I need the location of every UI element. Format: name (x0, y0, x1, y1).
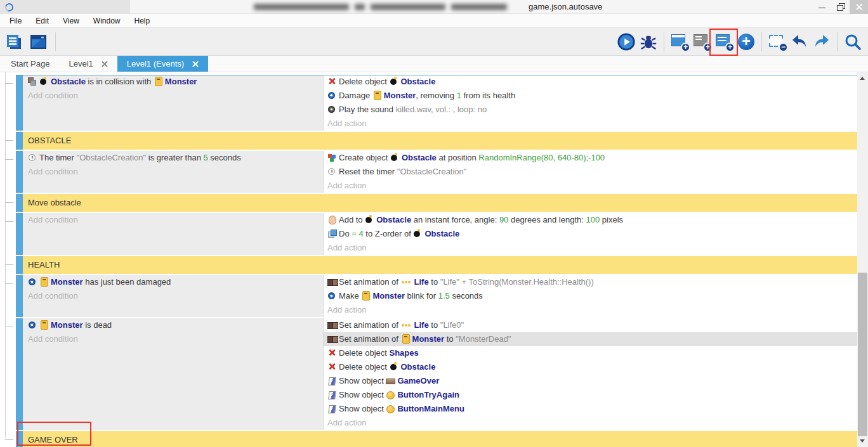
scroll-down-button[interactable] (857, 436, 868, 446)
tab-start-page[interactable]: Start Page (1, 56, 59, 72)
event-row[interactable]: Obstacle is in collision with MonsterAdd… (16, 75, 857, 131)
event-row[interactable]: Monster is deadAdd conditionSet animatio… (16, 318, 857, 430)
maximize-button[interactable] (831, 0, 850, 14)
instruction-line[interactable]: Set animation of Life to "Life0" (324, 318, 857, 332)
button-icon (386, 404, 395, 413)
add-instruction[interactable]: Add condition (23, 289, 323, 303)
menu-help[interactable]: Help (128, 14, 157, 28)
plus-badge-icon: + (681, 42, 690, 52)
search-icon[interactable] (843, 32, 863, 52)
undo-icon[interactable] (789, 32, 810, 52)
tab-close-icon[interactable] (192, 61, 199, 67)
redo-icon[interactable] (812, 32, 832, 52)
window-controls (813, 0, 868, 14)
add-instruction[interactable]: Add condition (23, 89, 323, 103)
add-comment-icon[interactable]: + (692, 32, 712, 52)
scroll-up-button[interactable] (857, 74, 868, 83)
text-segment: is dead (83, 320, 112, 330)
conditions-column[interactable]: Obstacle is in collision with MonsterAdd… (23, 75, 324, 131)
actions-column[interactable]: Set animation of Life to "Life0"Set anim… (324, 318, 857, 430)
instruction-line[interactable]: Damage Monster, removing 1 from its heal… (324, 89, 857, 103)
conditions-column[interactable]: Add condition (23, 213, 324, 255)
text-segment: blink for (405, 291, 438, 301)
instruction-line[interactable]: Show object GameOver (324, 374, 857, 388)
conditions-column[interactable]: Monster has just been damagedAdd conditi… (23, 275, 324, 317)
start-page-icon[interactable] (28, 32, 48, 52)
menu-window[interactable]: Window (86, 14, 128, 28)
minimize-button[interactable] (813, 0, 831, 14)
instruction-line[interactable]: Reset the timer "ObstacleCreation" (324, 165, 857, 179)
instruction-line[interactable]: Set animation of Monster to "MonsterDead… (324, 332, 857, 346)
event-selection-bar (16, 318, 23, 430)
instruction-line[interactable]: Delete object Obstacle (324, 75, 857, 89)
text-segment: Obstacle (401, 362, 436, 372)
instruction-line[interactable]: Create object Obstacle at position Rando… (324, 151, 857, 165)
text-segment: is greater than (146, 153, 203, 162)
tab-bar: Start PageLevel1Level1 (Events) (0, 56, 868, 72)
text-segment: has just been damaged (83, 277, 171, 287)
project-manager-icon[interactable] (4, 32, 24, 52)
instruction-line[interactable]: Delete object Shapes (324, 346, 857, 360)
conditions-column[interactable]: Monster is deadAdd condition (23, 318, 324, 430)
instruction-line[interactable]: The timer "ObstacleCreation" is greater … (23, 151, 323, 165)
vertical-scrollbar[interactable] (857, 72, 868, 447)
tab-close-icon[interactable] (102, 61, 108, 67)
text-segment: Add condition (28, 167, 78, 176)
text-segment: an instant force, angle: (411, 215, 499, 224)
event-group-obstacle[interactable]: OBSTACLE (16, 132, 857, 150)
add-event-icon[interactable]: + (714, 32, 734, 52)
actions-column[interactable]: Add to Obstacle an instant force, angle:… (324, 213, 857, 255)
instruction-line[interactable]: Show object ButtonTryAgain (324, 388, 857, 402)
debug-icon[interactable] (638, 32, 659, 52)
event-group-game-over[interactable]: GAME OVER (16, 431, 857, 447)
add-instruction[interactable]: Add action (324, 241, 857, 255)
event-group-health[interactable]: HEALTH (16, 256, 857, 274)
damage-icon (28, 277, 37, 286)
add-instruction[interactable]: Add action (324, 303, 857, 317)
instruction-line[interactable]: Do = 4 to Z-order of Obstacle (324, 227, 857, 241)
close-button[interactable] (850, 0, 868, 14)
instruction-line[interactable]: Delete object Obstacle (324, 360, 857, 374)
text-segment: Add condition (28, 334, 78, 344)
add-instruction[interactable]: Add action (324, 416, 857, 430)
text-segment: 90 (499, 215, 508, 224)
instruction-line[interactable]: Show object ButtonMainMenu (324, 402, 857, 416)
timer-icon (28, 153, 37, 162)
tree-tick (5, 327, 13, 327)
instruction-line[interactable]: Add to Obstacle an instant force, angle:… (324, 213, 857, 227)
tree-tick (5, 283, 13, 284)
tab-level1[interactable]: Level1 (59, 56, 117, 72)
add-instruction[interactable]: Add action (324, 117, 857, 131)
add-sub-event-icon[interactable] (736, 32, 756, 52)
conditions-column[interactable]: The timer "ObstacleCreation" is greater … (23, 151, 324, 193)
event-row[interactable]: Add conditionAdd to Obstacle an instant … (16, 213, 857, 255)
text-segment: Monster (165, 77, 197, 86)
event-group-move-obstacle[interactable]: Move obstacle (16, 194, 857, 212)
plus-badge-icon: + (725, 42, 735, 52)
instruction-line[interactable]: Play the sound killed.wav, vol.: , loop:… (324, 103, 857, 117)
instruction-line[interactable]: Set animation of Life to "Life" + ToStri… (324, 275, 857, 289)
add-instruction[interactable]: Add condition (23, 165, 323, 179)
menu-edit[interactable]: Edit (29, 14, 56, 28)
actions-column[interactable]: Delete object ObstacleDamage Monster, re… (324, 75, 857, 131)
play-icon[interactable] (616, 32, 636, 52)
instruction-line[interactable]: Make Monster blink for 1.5 seconds (324, 289, 857, 303)
actions-column[interactable]: Create object Obstacle at position Rando… (324, 151, 857, 193)
delete-event-icon[interactable]: − (767, 32, 787, 52)
instruction-line[interactable]: Monster is dead (23, 318, 323, 332)
add-instruction[interactable]: Add condition (23, 213, 323, 227)
menu-file[interactable]: File (3, 14, 29, 28)
instruction-line[interactable]: Obstacle is in collision with Monster (23, 75, 323, 89)
instruction-line[interactable]: Monster has just been damaged (23, 275, 323, 289)
menu-view[interactable]: View (56, 14, 86, 28)
scroll-thumb[interactable] (858, 273, 867, 436)
add-object-icon[interactable]: + (669, 32, 690, 52)
actions-column[interactable]: Set animation of Life to "Life" + ToStri… (324, 275, 857, 317)
text-segment: The timer (39, 153, 77, 162)
event-row[interactable]: Monster has just been damagedAdd conditi… (16, 275, 857, 317)
event-row[interactable]: The timer "ObstacleCreation" is greater … (16, 151, 857, 193)
text-segment: to (429, 320, 440, 330)
add-instruction[interactable]: Add action (324, 179, 857, 193)
add-instruction[interactable]: Add condition (23, 332, 323, 346)
tab-level1-events[interactable]: Level1 (Events) (117, 56, 208, 72)
